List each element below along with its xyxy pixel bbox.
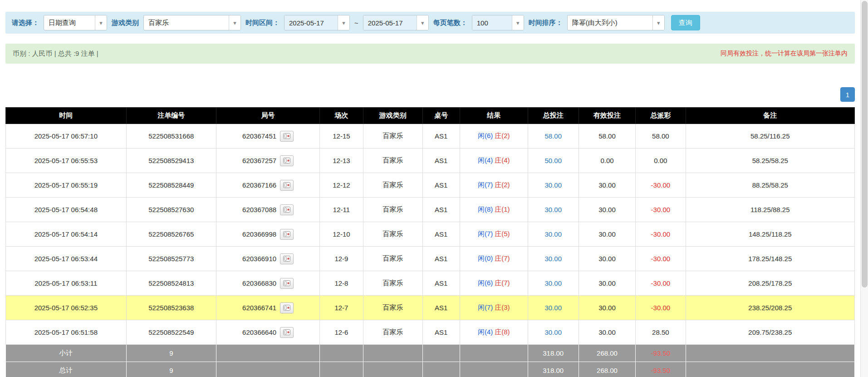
page-size-select[interactable]: 100 ▾: [472, 15, 524, 30]
table-row[interactable]: 2025-05-17 06:53:11 522508524813 6203668…: [6, 271, 855, 296]
date-to-select[interactable]: 2025-05-17 ▾: [363, 15, 429, 30]
subtotal-label: 小计: [6, 345, 127, 362]
cell-time: 2025-05-17 06:53:11: [6, 271, 127, 296]
cell-payout: -30.00: [636, 222, 686, 247]
result-banker: 庄(7): [495, 279, 510, 287]
select-label: 请选择：: [12, 19, 39, 27]
column-header-session: 场次: [320, 108, 363, 124]
cell-session: 12-7: [320, 296, 363, 320]
game-result-icon[interactable]: [280, 303, 294, 313]
round-id: 620366741: [242, 304, 276, 312]
date-to-value: 2025-05-17: [363, 15, 417, 30]
game-result-icon[interactable]: [280, 229, 294, 240]
column-header-round: 局号: [216, 108, 319, 124]
result-banker: 庄(7): [495, 254, 510, 262]
game-result-icon[interactable]: [280, 180, 294, 191]
table-row[interactable]: 2025-05-17 06:53:44 522508525773 6203669…: [6, 247, 855, 271]
subtotal-count: 9: [126, 345, 216, 362]
game-result-icon[interactable]: [280, 253, 294, 264]
cell-remark: 88.25/58.25: [686, 173, 854, 198]
game-type-select[interactable]: 百家乐 ▾: [143, 15, 241, 30]
cell-valid-bet: 30.00: [579, 173, 635, 198]
cell-session: 12-6: [320, 320, 363, 345]
cell-table-no: AS1: [422, 124, 460, 149]
table-header-row: 时间 注单编号 局号 场次 游戏类别 桌号 结果 总投注 有效投注 总派彩 备注: [6, 108, 855, 124]
cell-bet-id: 522508531668: [126, 124, 216, 149]
vertical-scrollbar[interactable]: [860, 0, 868, 377]
chevron-down-icon[interactable]: ▾: [95, 15, 107, 30]
summary-bar: 币别 : 人民币 | 总共 :9 注单 | 同局有效投注，统一计算在该局第一张注…: [5, 44, 855, 64]
chevron-down-icon[interactable]: ▾: [229, 15, 240, 30]
round-id: 620366998: [242, 230, 276, 238]
date-from-select[interactable]: 2025-05-17 ▾: [284, 15, 350, 30]
table-row[interactable]: 2025-05-17 06:52:35 522508523638 6203667…: [6, 296, 855, 320]
cell-result: 闲(8)庄(1): [460, 198, 528, 222]
cell-round: 620367451: [216, 124, 319, 149]
sort-select[interactable]: 降幂(由大到小) ▾: [567, 15, 665, 30]
cell-total-bet: 30.00: [528, 198, 579, 222]
round-id: 620366830: [242, 279, 276, 287]
result-banker: 庄(5): [495, 230, 510, 238]
result-player: 闲(7): [478, 230, 493, 238]
cell-round: 620367088: [216, 198, 319, 222]
cell-result: 闲(6)庄(2): [460, 124, 528, 149]
result-banker: 庄(4): [495, 156, 510, 164]
cell-remark: 209.75/238.25: [686, 320, 854, 345]
query-type-value: 日期查询: [44, 15, 95, 30]
game-result-icon[interactable]: [280, 155, 294, 166]
round-id: 620367166: [242, 181, 276, 189]
cell-bet-id: 522508522549: [126, 320, 216, 345]
chevron-down-icon[interactable]: ▾: [512, 15, 524, 30]
result-player: 闲(4): [478, 156, 493, 164]
cell-game-type: 百家乐: [363, 296, 422, 320]
game-result-icon[interactable]: [280, 204, 294, 215]
cell-round: 620366741: [216, 296, 319, 320]
table-row[interactable]: 2025-05-17 06:57:10 522508531668 6203674…: [6, 124, 855, 149]
cell-payout: -30.00: [636, 247, 686, 271]
cell-result: 闲(7)庄(3): [460, 296, 528, 320]
sort-label: 时间排序：: [529, 19, 563, 27]
game-result-icon[interactable]: [280, 131, 294, 142]
scrollbar-thumb[interactable]: [862, 1, 868, 288]
table-body: 2025-05-17 06:57:10 522508531668 6203674…: [6, 124, 855, 345]
game-type-value: 百家乐: [144, 15, 229, 30]
page-number-button[interactable]: 1: [840, 87, 855, 102]
chevron-down-icon[interactable]: ▾: [417, 15, 428, 30]
cell-table-no: AS1: [422, 149, 460, 173]
cell-total-bet: 30.00: [528, 222, 579, 247]
table-row[interactable]: 2025-05-17 06:51:58 522508522549 6203666…: [6, 320, 855, 345]
chevron-down-icon[interactable]: ▾: [652, 15, 664, 30]
result-player: 闲(7): [478, 303, 493, 311]
column-header-payout: 总派彩: [636, 108, 686, 124]
total-valid-bet: 268.00: [579, 362, 635, 377]
query-type-select[interactable]: 日期查询 ▾: [44, 15, 107, 30]
filter-bar: 请选择： 日期查询 ▾ 游戏类别 百家乐 ▾ 时间区间： 2025-05-17 …: [5, 12, 855, 34]
game-result-icon[interactable]: [280, 278, 294, 289]
table-row[interactable]: 2025-05-17 06:54:48 522508527630 6203670…: [6, 198, 855, 222]
chevron-down-icon[interactable]: ▾: [338, 15, 349, 30]
cell-time: 2025-05-17 06:52:35: [6, 296, 127, 320]
cell-round: 620367166: [216, 173, 319, 198]
search-button[interactable]: 查询: [671, 15, 700, 30]
subtotal-empty: [216, 345, 319, 362]
cell-game-type: 百家乐: [363, 247, 422, 271]
cell-remark: 58.25/116.25: [686, 124, 854, 149]
table-row[interactable]: 2025-05-17 06:54:14 522508526765 6203669…: [6, 222, 855, 247]
game-result-icon[interactable]: [280, 327, 294, 338]
cell-table-no: AS1: [422, 247, 460, 271]
column-header-time: 时间: [6, 108, 127, 124]
cell-valid-bet: 30.00: [579, 271, 635, 296]
cell-game-type: 百家乐: [363, 222, 422, 247]
page-size-value: 100: [472, 15, 512, 30]
cell-payout: 58.00: [636, 124, 686, 149]
cell-result: 闲(4)庄(8): [460, 320, 528, 345]
cell-game-type: 百家乐: [363, 198, 422, 222]
result-player: 闲(6): [478, 132, 493, 139]
subtotal-payout: -93.50: [636, 345, 686, 362]
table-row[interactable]: 2025-05-17 06:55:53 522508529413 6203672…: [6, 149, 855, 173]
subtotal-valid-bet: 268.00: [579, 345, 635, 362]
cell-game-type: 百家乐: [363, 149, 422, 173]
total-count: 9: [126, 362, 216, 377]
table-row[interactable]: 2025-05-17 06:55:19 522508528449 6203671…: [6, 173, 855, 198]
cell-payout: -30.00: [636, 296, 686, 320]
